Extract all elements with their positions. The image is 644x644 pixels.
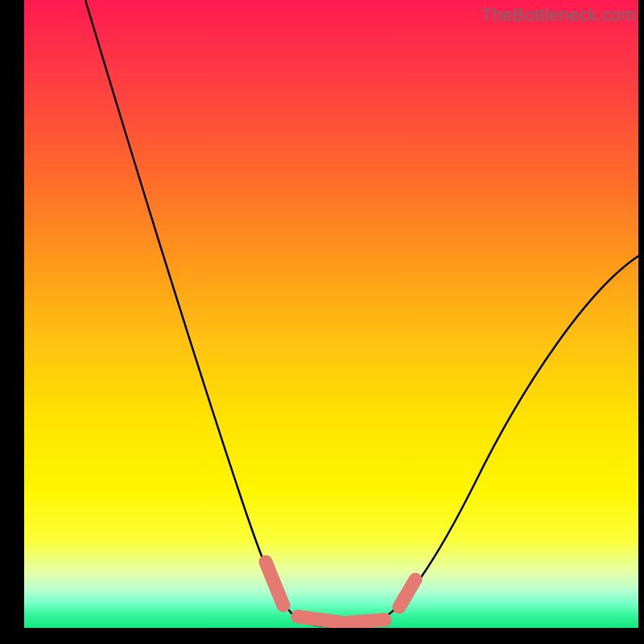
- bottleneck-curve: [85, 0, 638, 626]
- pill-2: [298, 617, 340, 622]
- salmon-markers: [266, 562, 415, 623]
- pill-1: [266, 562, 283, 605]
- plot-area: [24, 0, 638, 628]
- pill-3: [342, 620, 385, 623]
- curve-layer: [24, 0, 638, 628]
- pill-4: [399, 580, 415, 607]
